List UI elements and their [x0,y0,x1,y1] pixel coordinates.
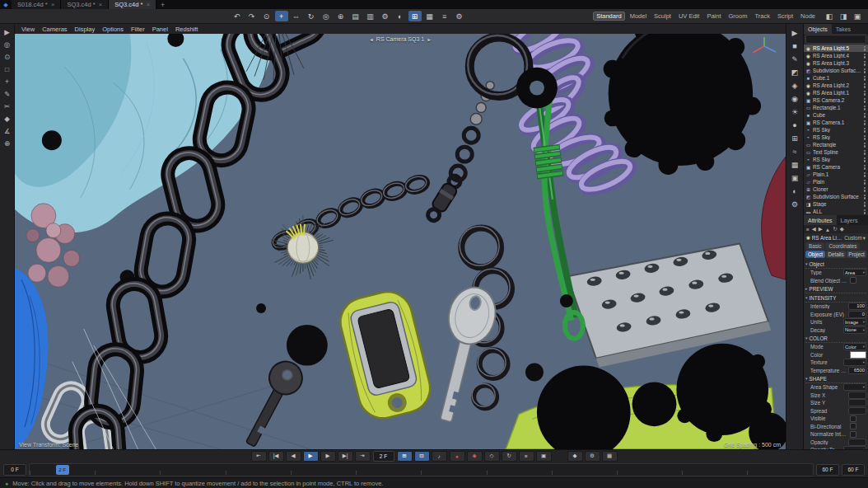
attr-button-object[interactable]: Object [805,251,825,258]
layout-model[interactable]: Model [628,12,649,21]
render-visibility-dot[interactable] [864,56,866,59]
viewport-menu-view[interactable]: View [21,26,35,33]
viewport-canvas[interactable] [15,34,786,449]
live-selection-icon[interactable]: ⊙ [2,52,12,62]
visibility-toggles[interactable] [864,54,867,59]
intensity-field[interactable]: 100 [848,303,866,310]
visibility-toggles[interactable] [864,209,867,214]
record-pla-toggle[interactable]: ▣ [536,451,552,462]
section-object[interactable]: ▾Object [805,260,866,269]
object-row[interactable]: ◉RS Area Light.2 [804,82,868,89]
editor-visibility-dot[interactable] [864,106,866,108]
render-visibility-dot[interactable] [864,86,866,88]
tab-close-icon[interactable]: × [51,1,55,8]
mograph-icon[interactable]: ⊞ [789,133,801,143]
strip-select-icon[interactable]: ▶ [789,27,801,38]
render-visibility-dot[interactable] [864,130,866,133]
range-end-field[interactable]: 60 F [816,464,839,476]
render-visibility-dot[interactable] [864,63,866,66]
disclosure-icon[interactable]: ▸ [805,286,808,291]
visibility-toggles[interactable] [864,76,867,81]
render-view-icon[interactable]: ▤ [349,11,362,21]
add-light-icon[interactable]: ☀ [789,106,801,117]
timeline-settings-icon[interactable]: ⚙ [585,451,600,462]
bi-directional-checkbox[interactable] [850,423,856,429]
editor-visibility-dot[interactable] [864,150,866,152]
editor-visibility-dot[interactable] [864,68,866,71]
object-row[interactable]: ▣RS Camera.2 [804,96,868,104]
move-tool-icon[interactable]: + [275,11,288,21]
record-button[interactable]: ● [450,451,465,462]
magnify-icon[interactable]: ◎ [2,40,12,49]
object-row[interactable]: ▭Text Spline [804,148,868,156]
opacity-field[interactable] [848,439,866,446]
rotate-tool-icon[interactable]: ↻ [305,11,318,21]
attr-menu-icon[interactable]: ≡ [806,227,810,232]
normalize-intensity-checkbox[interactable] [850,431,856,438]
size-x-field[interactable] [848,392,866,399]
render-visibility-dot[interactable] [864,182,866,185]
object-filter-input[interactable] [806,37,866,42]
editor-visibility-dot[interactable] [864,128,866,130]
render-visibility-dot[interactable] [864,115,866,118]
render-visibility-dot[interactable] [864,197,866,199]
visibility-toggles[interactable] [864,143,867,148]
attr-lock-icon[interactable]: ◆ [840,226,844,232]
add-cube-icon[interactable]: ■ [789,40,801,51]
viewport-menu-cameras[interactable]: Cameras [42,26,67,33]
add-deformer-icon[interactable]: ◈ [789,80,801,91]
new-document-button[interactable]: + [156,0,169,9]
size-y-field[interactable] [848,399,866,406]
tab-takes[interactable]: Takes [832,24,855,34]
render-visibility-dot[interactable] [864,175,866,177]
object-row[interactable]: ▱Plain [804,178,868,185]
object-row[interactable]: ◓RS Sky [804,134,868,141]
tab-close-icon[interactable]: × [99,1,103,8]
camera-label[interactable]: ◀ RS Camera SQ3 1 ▶ [370,36,431,42]
object-row[interactable]: ▭Rectangle.1 [804,104,868,111]
undo-icon[interactable]: ↶ [231,11,244,21]
polygon-icon[interactable]: ◆ [2,114,12,124]
object-row[interactable]: ▣RS Camera.1 [804,119,868,126]
viewport-menu-panel[interactable]: Panel [152,26,168,33]
viewport-3d-view[interactable]: ◀ RS Camera SQ3 1 ▶ View Transform: Scen… [15,34,786,449]
volume-icon[interactable]: ▦ [789,159,801,170]
visibility-toggles[interactable] [864,202,867,207]
simulation-icon[interactable]: ≈ [789,146,801,157]
visibility-toggles[interactable] [864,195,867,199]
go-to-start-button[interactable]: ⇤ [251,451,267,462]
render-visibility-dot[interactable] [864,49,866,51]
editor-visibility-dot[interactable] [864,187,866,190]
attr-tab-coordinates[interactable]: Coordinates [825,242,860,250]
playhead[interactable]: 2 F [56,465,69,475]
visibility-toggles[interactable] [864,180,867,185]
layout-paint[interactable]: Paint [704,12,723,21]
visibility-toggles[interactable] [864,68,867,73]
disclosure-icon[interactable]: ▾ [805,376,808,381]
document-tab[interactable]: SQ3.c4d *× [61,0,109,9]
editor-visibility-dot[interactable] [864,180,866,182]
object-row[interactable]: ◨Stage [804,200,868,208]
render-visibility-dot[interactable] [864,212,866,214]
timeline-ruler[interactable]: 2 F [29,463,814,476]
editor-visibility-dot[interactable] [864,54,866,56]
layout-node[interactable]: Node [798,12,818,21]
range-total-field[interactable]: 60 F [842,464,865,476]
layout-reset-icon[interactable]: ▣ [851,11,864,21]
object-search[interactable] [805,35,866,44]
texture-texture-field[interactable]: ▾ [843,359,866,366]
render-visibility-dot[interactable] [864,160,866,162]
render-visibility-dot[interactable] [864,190,866,192]
record-scale-toggle[interactable]: ◇ [484,451,500,462]
object-row[interactable]: ◉RS Area Light.4 [804,52,868,59]
layout-standard[interactable]: Standard [593,12,624,21]
area-shape-dropdown[interactable]: ▾ [843,383,866,391]
editor-visibility-dot[interactable] [864,172,866,175]
tab-objects[interactable]: Objects [804,24,832,34]
tab-close-icon[interactable]: × [146,1,150,8]
axis-center-icon[interactable]: ⊕ [2,138,12,148]
tab-layers[interactable]: Layers [837,215,862,225]
layout-uv-edit[interactable]: UV Edit [676,12,702,21]
knife-icon[interactable]: ✂ [2,101,12,111]
layout-sculpt[interactable]: Sculpt [651,12,674,21]
